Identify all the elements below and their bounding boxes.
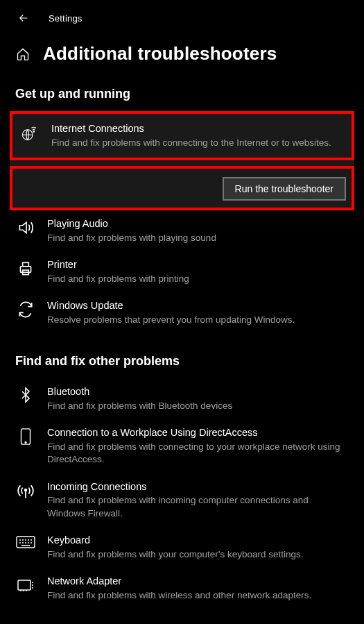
home-icon[interactable] [15,47,31,62]
svg-rect-9 [18,580,31,590]
item-title: Playing Audio [47,217,347,230]
svg-rect-3 [23,262,29,266]
troubleshooter-keyboard[interactable]: Keyboard Find and fix problems with your… [10,527,354,568]
item-title: Keyboard [47,534,347,547]
keyboard-icon [16,535,35,549]
page-header: Additional troubleshooters [0,31,364,69]
item-title: Windows Update [47,299,347,312]
run-troubleshooter-button[interactable]: Run the troubleshooter [223,177,346,201]
item-desc: Find and fix problems with your computer… [47,548,347,561]
troubleshooter-internet-connections-expanded: Internet Connections Find and fix proble… [10,111,354,210]
svg-point-7 [25,489,27,491]
item-desc: Find and fix problems with Bluetooth dev… [47,400,347,412]
svg-point-6 [25,442,26,444]
item-desc: Find and fix problems with printing [47,273,347,285]
globe-wifi-icon [21,124,39,142]
item-desc: Find and fix problems with connecting to… [47,441,347,466]
network-adapter-icon [17,576,35,593]
troubleshooter-printer[interactable]: Printer Find and fix problems with print… [10,251,354,292]
troubleshooter-directaccess[interactable]: Connection to a Workplace Using DirectAc… [10,419,354,473]
item-desc: Resolve problems that prevent you from u… [47,314,347,326]
svg-point-1 [33,131,35,133]
svg-rect-2 [20,267,31,273]
run-button-highlight: Run the troubleshooter [10,166,354,210]
antenna-icon [17,482,35,500]
item-title: Bluetooth [47,385,347,398]
content: Get up and running Internet Connections … [0,69,364,609]
section-heading-get-up: Get up and running [10,81,354,111]
item-desc: Find and fix problems with incoming comp… [47,494,347,519]
back-button[interactable] [17,11,31,25]
item-title: Incoming Connections [47,480,347,494]
item-title: Internet Connections [51,122,345,135]
troubleshooter-internet-connections[interactable]: Internet Connections Find and fix proble… [10,111,354,160]
section-heading-other: Find and fix other problems [10,348,354,378]
topbar: Settings [0,0,364,31]
arrow-left-icon [17,12,30,24]
item-desc: Find and fix problems with playing sound [47,232,347,244]
item-desc: Find and fix problems with wireless and … [47,589,347,602]
item-desc: Find and fix problems with connecting to… [51,137,345,149]
troubleshooter-bluetooth[interactable]: Bluetooth Find and fix problems with Blu… [10,378,354,419]
item-title: Network Adapter [47,575,347,588]
item-title: Printer [47,258,347,271]
troubleshooter-network-adapter[interactable]: Network Adapter Find and fix problems wi… [10,568,354,609]
printer-icon [17,260,35,278]
bluetooth-icon [17,387,34,403]
troubleshooter-playing-audio[interactable]: Playing Audio Find and fix problems with… [10,210,354,251]
troubleshooter-incoming-connections[interactable]: Incoming Connections Find and fix proble… [10,473,354,527]
speaker-icon [17,219,35,237]
phone-device-icon [18,428,33,446]
troubleshooter-windows-update[interactable]: Windows Update Resolve problems that pre… [10,292,354,333]
item-title: Connection to a Workplace Using DirectAc… [47,426,347,439]
sync-icon [17,301,35,319]
page-title: Additional troubleshooters [43,43,277,65]
app-title: Settings [49,13,83,24]
